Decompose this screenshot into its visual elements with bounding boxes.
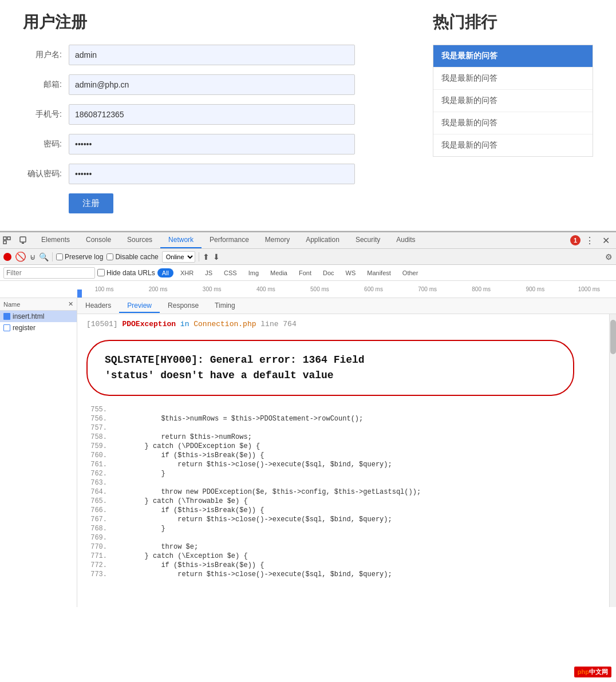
- line-code: $this->numRows = $this->PDOStatement->ro…: [109, 414, 600, 423]
- hot-item-4[interactable]: 我是最新的问答: [433, 112, 593, 134]
- code-line: 758. return $this->numRows;: [86, 433, 600, 442]
- register-button[interactable]: 注册: [69, 193, 113, 213]
- filter-css-btn[interactable]: CSS: [219, 268, 242, 277]
- file-icon-insert: [3, 313, 10, 320]
- line-number: 763.: [86, 478, 109, 487]
- hot-item-5[interactable]: 我是最新的问答: [433, 134, 593, 156]
- filter-doc-btn[interactable]: Doc: [318, 268, 339, 277]
- download-icon[interactable]: ⬇: [213, 252, 220, 261]
- line-number: 770.: [86, 542, 109, 552]
- tab-memory[interactable]: Memory: [257, 232, 298, 248]
- hide-data-urls-text: Hide data URLs: [106, 269, 155, 277]
- confirm-label: 确认密码:: [23, 169, 69, 179]
- hot-item-2[interactable]: 我是最新的问答: [433, 68, 593, 90]
- filter-input[interactable]: [3, 267, 95, 279]
- hot-item-3[interactable]: 我是最新的问答: [433, 90, 593, 112]
- file-name-insert: insert.html: [13, 312, 44, 320]
- tab-timing[interactable]: Timing: [207, 299, 243, 313]
- webpage-section: 用户注册 用户名: 邮箱: 手机号: 密码: 确认密码:: [0, 0, 616, 231]
- username-input[interactable]: [69, 45, 355, 65]
- code-line: 764. throw new PDOException($e, $this->c…: [86, 487, 600, 497]
- code-line: 771. } catch (\Exception $e) {: [86, 552, 600, 561]
- filter-font-btn[interactable]: Font: [294, 268, 316, 277]
- filter-js-btn[interactable]: JS: [200, 268, 217, 277]
- file-item-register[interactable]: register: [0, 322, 77, 334]
- timeline-label-1000: 1000 ms: [562, 286, 616, 292]
- filter-icon[interactable]: ⊌: [30, 252, 35, 261]
- timeline-label-100: 100 ms: [77, 286, 131, 292]
- filter-img-btn[interactable]: Img: [244, 268, 263, 277]
- upload-icon[interactable]: ⬆: [203, 252, 210, 261]
- settings-icon[interactable]: ⚙: [605, 252, 613, 261]
- filter-xhr-btn[interactable]: XHR: [176, 268, 198, 277]
- tab-sources[interactable]: Sources: [119, 232, 160, 248]
- timeline-label-500: 500 ms: [293, 286, 346, 292]
- line-code: return $this->close()->execute($sql, $bi…: [109, 460, 600, 469]
- line-number: 761.: [86, 460, 109, 469]
- username-row: 用户名:: [23, 45, 387, 65]
- line-code: [109, 478, 600, 487]
- username-label: 用户名:: [23, 50, 69, 60]
- hot-item-1[interactable]: 我是最新的问答: [433, 45, 593, 68]
- tab-console[interactable]: Console: [78, 232, 119, 248]
- tab-application[interactable]: Application: [298, 232, 348, 248]
- password-input[interactable]: [69, 134, 355, 154]
- close-devtools-icon[interactable]: ✕: [599, 233, 613, 247]
- record-button[interactable]: [3, 253, 11, 261]
- code-line: 772. if ($this->isBreak($e)) {: [86, 561, 600, 570]
- hot-list: 我是最新的问答 我是最新的问答 我是最新的问答 我是最新的问答 我是最新的问答: [433, 45, 593, 157]
- timeline-label-400: 400 ms: [239, 286, 293, 292]
- email-input[interactable]: [69, 74, 355, 95]
- hide-data-urls-checkbox[interactable]: [97, 269, 105, 276]
- clear-icon[interactable]: 🚫: [15, 251, 26, 262]
- confirm-input[interactable]: [69, 164, 355, 184]
- line-code: } catch (\Throwable $e) {: [109, 497, 600, 506]
- file-item-insert[interactable]: insert.html: [0, 311, 77, 322]
- throttle-select[interactable]: Online: [162, 251, 195, 263]
- preview-scrollbar[interactable]: [609, 314, 616, 607]
- line-code: throw $e;: [109, 542, 600, 552]
- filter-all-btn[interactable]: All: [157, 268, 173, 277]
- device-icon[interactable]: [16, 233, 30, 247]
- line-code: [109, 423, 600, 433]
- timeline-container: 100 ms 200 ms 300 ms 400 ms 500 ms 600 m…: [0, 281, 616, 298]
- filter-media-btn[interactable]: Media: [266, 268, 292, 277]
- line-code: return $this->close()->execute($sql, $bi…: [109, 515, 600, 524]
- tab-elements[interactable]: Elements: [33, 232, 78, 248]
- timeline-label-200: 200 ms: [131, 286, 185, 292]
- close-file-panel-icon[interactable]: ✕: [68, 300, 73, 308]
- more-options-icon[interactable]: ⋮: [583, 233, 597, 247]
- line-number: 765.: [86, 497, 109, 506]
- code-line: 756. $this->numRows = $this->PDOStatemen…: [86, 414, 600, 423]
- line-code: [109, 533, 600, 542]
- disable-cache-label[interactable]: Disable cache: [106, 253, 158, 261]
- filter-manifest-btn[interactable]: Manifest: [362, 268, 396, 277]
- inspect-icon[interactable]: [0, 233, 14, 247]
- line-number: 760.: [86, 451, 109, 460]
- error-line: line 764: [256, 320, 296, 328]
- tab-response[interactable]: Response: [160, 299, 207, 313]
- tab-preview[interactable]: Preview: [119, 299, 160, 313]
- tab-performance[interactable]: Performance: [202, 232, 257, 248]
- line-code: return $this->numRows;: [109, 433, 600, 442]
- phone-input[interactable]: [69, 104, 355, 125]
- tab-network[interactable]: Network: [160, 232, 202, 248]
- filter-other-btn[interactable]: Other: [398, 268, 423, 277]
- preserve-log-label[interactable]: Preserve log: [56, 253, 103, 261]
- hide-data-urls-label[interactable]: Hide data URLs: [97, 269, 155, 277]
- preview-content[interactable]: [10501] PDOException in Connection.php l…: [77, 314, 609, 607]
- tab-audits[interactable]: Audits: [388, 232, 423, 248]
- search-icon[interactable]: 🔍: [39, 252, 49, 261]
- file-list-title: Name: [3, 301, 20, 308]
- filter-ws-btn[interactable]: WS: [341, 268, 361, 277]
- tab-security[interactable]: Security: [348, 232, 388, 248]
- line-code: throw new PDOException($e, $this->config…: [109, 487, 600, 497]
- phone-row: 手机号:: [23, 104, 387, 125]
- line-number: 767.: [86, 515, 109, 524]
- tab-headers[interactable]: Headers: [77, 299, 119, 313]
- tab-container: Elements Console Sources Network Perform…: [33, 232, 570, 248]
- line-code: if ($this->isBreak($e)) {: [109, 506, 600, 515]
- preserve-log-checkbox[interactable]: [56, 253, 63, 260]
- left-section: 用户注册 用户名: 邮箱: 手机号: 密码: 确认密码:: [23, 11, 387, 213]
- disable-cache-checkbox[interactable]: [106, 253, 113, 260]
